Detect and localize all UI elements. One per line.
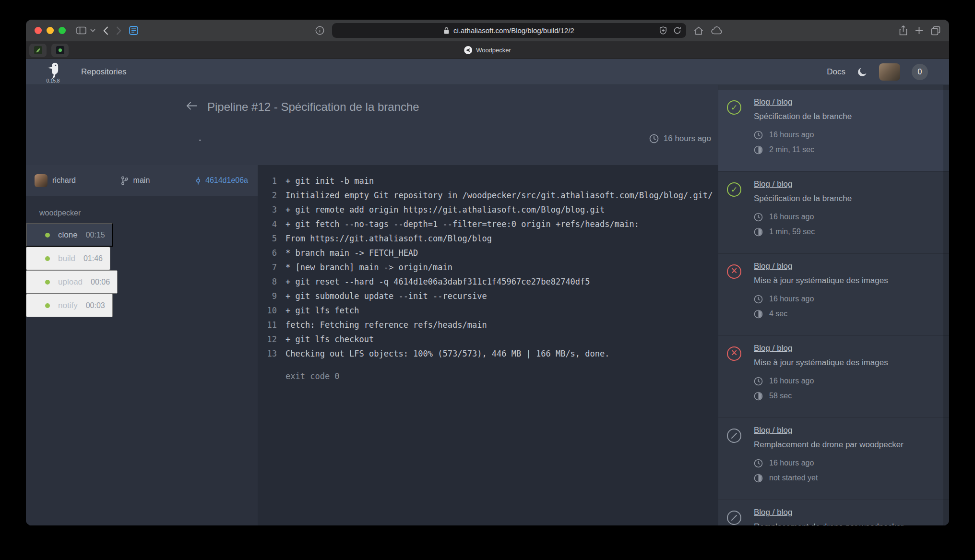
- step-name: upload: [58, 277, 83, 287]
- tab-overview-button[interactable]: [931, 26, 940, 36]
- sidebar-toggle-button[interactable]: [76, 26, 86, 35]
- commit-link[interactable]: 4614d1e06a: [195, 176, 248, 185]
- build-status-icon: [727, 511, 741, 525]
- log-line-number: 5: [258, 231, 277, 246]
- woodpecker-favicon: [464, 46, 472, 54]
- step-row[interactable]: notify 00:03: [26, 294, 113, 317]
- build-message: Mise à jour systématique des images: [754, 276, 888, 286]
- step-row[interactable]: build 01:46: [26, 247, 110, 270]
- browser-titlebar: ci.athaliasoft.com/Blog/blog/build/12/2: [26, 20, 949, 42]
- sidebar-chevron-button[interactable]: [90, 29, 95, 32]
- log-line-number: 9: [258, 289, 277, 303]
- app-navbar: 0.15.8 Repositories Docs 0: [26, 59, 949, 85]
- build-repo-link[interactable]: Blog / blog: [754, 426, 792, 435]
- log-line-text: + git lfs fetch: [285, 303, 359, 318]
- step-row[interactable]: clone 00:15: [26, 223, 113, 247]
- log-line-text: + git submodule update --init --recursiv…: [285, 289, 487, 303]
- build-entry-body: Blog / blog Remplacement de drone par wo…: [754, 425, 904, 500]
- commit-sha: 4614d1e06a: [205, 176, 248, 185]
- build-count-badge[interactable]: 0: [912, 64, 928, 80]
- start-page-button[interactable]: [129, 26, 138, 35]
- pipeline-tab[interactable]: [278, 133, 280, 141]
- duration-icon: [754, 227, 763, 237]
- home-button[interactable]: [694, 26, 703, 35]
- build-status: [727, 346, 741, 417]
- build-message: Remplacement de drone par woodpecker: [754, 522, 904, 525]
- build-time-text: 16 hours ago: [769, 295, 814, 303]
- build-entry[interactable]: Blog / blog Remplacement de drone par wo…: [718, 418, 949, 500]
- build-entry[interactable]: Blog / blog Spécification de la branche …: [718, 90, 949, 172]
- clock-icon: [754, 459, 763, 468]
- pinned-tab-2-favicon: [56, 46, 64, 54]
- nav-docs-link[interactable]: Docs: [827, 67, 845, 77]
- build-time-text: 16 hours ago: [769, 213, 814, 221]
- step-name: clone: [58, 230, 78, 240]
- main-column: Pipeline #12 - Spécification de la branc…: [26, 85, 718, 525]
- build-time-row: 16 hours ago: [754, 293, 888, 305]
- branch-icon: [121, 176, 129, 185]
- active-tab[interactable]: Woodpecker: [464, 42, 511, 59]
- back-icon: [103, 26, 108, 35]
- log-line-text: + git init -b main: [285, 174, 374, 188]
- log-line-number: 3: [258, 203, 277, 217]
- build-message: Mise à jour systématique des images: [754, 358, 888, 368]
- build-repo-link[interactable]: Blog / blog: [754, 344, 792, 353]
- reload-icon[interactable]: [673, 26, 681, 35]
- page-body: Pipeline #12 - Spécification de la branc…: [26, 85, 949, 525]
- forward-button[interactable]: [116, 26, 121, 35]
- close-window-button[interactable]: [35, 27, 42, 34]
- address-bar-actions: [659, 23, 681, 38]
- page-info-button[interactable]: [315, 26, 324, 35]
- tab-strip: Woodpecker: [26, 42, 949, 59]
- share-button[interactable]: [899, 25, 907, 36]
- user-avatar[interactable]: [879, 63, 900, 81]
- minimize-window-button[interactable]: [47, 27, 54, 34]
- cloud-icon: [711, 26, 723, 35]
- build-status: [727, 511, 741, 525]
- pinned-tab-1[interactable]: [29, 44, 47, 57]
- build-entry[interactable]: Blog / blog Mise à jour systématique des…: [718, 254, 949, 336]
- build-repo-link[interactable]: Blog / blog: [754, 262, 792, 271]
- app-logo-link[interactable]: 0.15.8: [45, 62, 61, 83]
- zoom-window-button[interactable]: [59, 27, 66, 34]
- build-entry[interactable]: Blog / blog Spécification de la branche …: [718, 172, 949, 254]
- commit-branch: main: [121, 176, 150, 185]
- build-status: [727, 264, 741, 335]
- log-line-number: 4: [258, 217, 277, 231]
- build-status: [727, 182, 741, 253]
- step-status-dot: [45, 256, 50, 261]
- blue-page-icon: [129, 26, 138, 35]
- new-tab-button[interactable]: [915, 26, 923, 35]
- pipeline-tab[interactable]: [199, 133, 201, 141]
- nav-repositories-link[interactable]: Repositories: [81, 67, 127, 77]
- log-panel[interactable]: 1 + git init -b main 2 Initialized empty…: [258, 165, 718, 525]
- build-repo-link[interactable]: Blog / blog: [754, 179, 792, 189]
- builds-sidebar[interactable]: Blog / blog Spécification de la branche …: [718, 85, 949, 525]
- log-line: 10 + git lfs fetch: [258, 303, 718, 318]
- log-line-text: From https://git.athaliasoft.com/Blog/bl…: [285, 231, 492, 246]
- build-duration-text: not started yet: [769, 474, 818, 482]
- back-button[interactable]: [103, 26, 108, 35]
- pipeline-tab[interactable]: [238, 133, 240, 141]
- content-blocker-icon[interactable]: [659, 26, 667, 35]
- log-line-number: 11: [258, 318, 277, 332]
- cloud-tabs-button[interactable]: [711, 26, 723, 35]
- build-entry[interactable]: Blog / blog Remplacement de drone par wo…: [718, 500, 949, 525]
- build-duration-text: 58 sec: [769, 392, 792, 400]
- build-entry-body: Blog / blog Remplacement de drone par wo…: [754, 507, 904, 525]
- theme-toggle-button[interactable]: [857, 67, 868, 77]
- build-entry[interactable]: Blog / blog Mise à jour systématique des…: [718, 336, 949, 418]
- build-repo-link[interactable]: Blog / blog: [754, 508, 792, 517]
- duration-icon: [754, 392, 763, 401]
- step-status-dot: [45, 233, 50, 238]
- log-line-text: Initialized empty Git repository in /woo…: [285, 188, 713, 203]
- clock-icon: [754, 377, 763, 386]
- pinned-tab-2[interactable]: [51, 44, 69, 57]
- window-controls: [35, 27, 66, 34]
- forward-icon: [116, 26, 121, 35]
- build-repo-link[interactable]: Blog / blog: [754, 97, 792, 107]
- address-bar[interactable]: ci.athaliasoft.com/Blog/blog/build/12/2: [332, 23, 686, 38]
- back-to-repo-button[interactable]: [186, 101, 198, 111]
- step-row[interactable]: upload 00:06: [26, 270, 118, 294]
- log-line: 3 + git remote add origin https://git.at…: [258, 203, 718, 217]
